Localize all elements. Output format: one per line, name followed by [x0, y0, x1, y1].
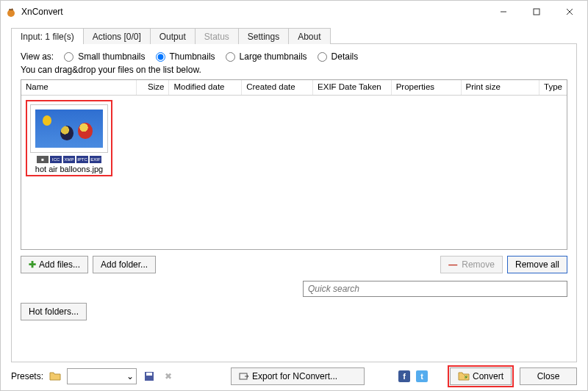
close-button[interactable]: Close	[520, 367, 577, 385]
col-properties[interactable]: Properties	[392, 80, 462, 95]
minimize-button[interactable]	[487, 1, 520, 22]
svg-rect-2	[534, 9, 539, 15]
col-modified[interactable]: Modified date	[169, 80, 242, 95]
chevron-down-icon: ⌄	[126, 371, 134, 381]
col-type[interactable]: Type	[539, 80, 567, 95]
view-as-label: View as:	[21, 51, 54, 62]
window-title: XnConvert	[21, 7, 63, 17]
radio-small-thumbnails[interactable]: Small thumbnails	[58, 51, 145, 62]
svg-point-0	[7, 10, 15, 17]
tab-bar: Input: 1 file(s) Actions [0/0] Output St…	[11, 26, 577, 43]
radio-thumbnails[interactable]: Thumbnails	[150, 51, 215, 62]
view-as-row: View as: Small thumbnails Thumbnails Lar…	[21, 51, 567, 62]
file-name: hot air balloons.jpg	[30, 165, 108, 173]
plus-icon: ✚	[29, 259, 36, 270]
app-icon	[5, 6, 17, 18]
convert-highlight: Convert	[448, 365, 514, 387]
tab-output[interactable]: Output	[150, 28, 196, 44]
thumb-frame	[30, 104, 108, 153]
presets-label: Presets:	[11, 371, 43, 381]
col-size[interactable]: Size	[137, 80, 169, 95]
thumb-preview	[35, 110, 103, 148]
tab-input[interactable]: Input: 1 file(s)	[11, 28, 84, 44]
metadata-badges: ■ ICC XMP IPTC EXIF	[30, 156, 108, 163]
badge-iptc: IPTC	[76, 156, 88, 163]
titlebar: XnConvert	[1, 1, 587, 23]
input-panel: View as: Small thumbnails Thumbnails Lar…	[11, 43, 577, 362]
minus-icon: —	[448, 259, 457, 270]
file-list: Name Size Modified date Created date EXI…	[21, 79, 567, 250]
add-folder-button[interactable]: Add folder...	[93, 256, 156, 273]
svg-rect-7	[146, 373, 152, 376]
tab-about[interactable]: About	[288, 28, 330, 44]
delete-icon[interactable]: ✖	[162, 370, 175, 383]
tab-settings[interactable]: Settings	[238, 28, 289, 44]
col-created[interactable]: Created date	[242, 80, 313, 95]
col-print[interactable]: Print size	[462, 80, 540, 95]
thumbnail-area[interactable]: ■ ICC XMP IPTC EXIF hot air balloons.jpg	[21, 96, 567, 249]
tab-status[interactable]: Status	[195, 28, 239, 44]
folder-open-icon[interactable]	[49, 370, 61, 383]
close-window-button[interactable]	[553, 1, 586, 22]
radio-large-thumbnails[interactable]: Large thumbnails	[220, 51, 307, 62]
drag-drop-hint: You can drag&drop your files on the list…	[21, 65, 567, 75]
convert-icon	[458, 370, 470, 383]
twitter-icon[interactable]: t	[416, 370, 428, 382]
convert-button[interactable]: Convert	[450, 367, 512, 385]
badge-icc: ICC	[50, 156, 62, 163]
facebook-icon[interactable]: f	[398, 370, 410, 382]
presets-combo[interactable]: ⌄	[67, 368, 137, 384]
remove-button[interactable]: —Remove	[440, 256, 503, 273]
file-thumbnail[interactable]: ■ ICC XMP IPTC EXIF hot air balloons.jpg	[26, 100, 112, 176]
remove-all-button[interactable]: Remove all	[507, 256, 567, 273]
quick-search[interactable]	[303, 281, 567, 297]
column-headers: Name Size Modified date Created date EXI…	[21, 80, 567, 96]
badge-generic: ■	[37, 156, 49, 163]
badge-xmp: XMP	[63, 156, 75, 163]
col-exif[interactable]: EXIF Date Taken	[313, 80, 392, 95]
hot-folders-button[interactable]: Hot folders...	[21, 303, 87, 320]
search-input[interactable]	[303, 281, 567, 297]
export-nconvert-button[interactable]: Export for NConvert...	[231, 367, 365, 385]
radio-details[interactable]: Details	[312, 51, 359, 62]
add-files-button[interactable]: ✚Add files...	[21, 256, 88, 273]
annotation-arrow	[146, 239, 345, 249]
col-name[interactable]: Name	[21, 80, 137, 95]
tab-actions[interactable]: Actions [0/0]	[83, 28, 151, 44]
save-icon[interactable]	[143, 370, 156, 383]
maximize-button[interactable]	[520, 1, 553, 22]
badge-exif: EXIF	[90, 156, 101, 163]
export-icon	[239, 372, 249, 381]
footer-bar: Presets: ⌄ ✖ Export for NConvert... f t …	[1, 362, 587, 390]
